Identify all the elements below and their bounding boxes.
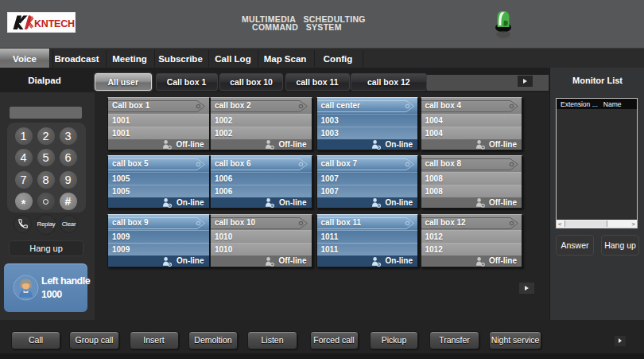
- svg-text:KNTECH: KNTECH: [34, 18, 75, 29]
